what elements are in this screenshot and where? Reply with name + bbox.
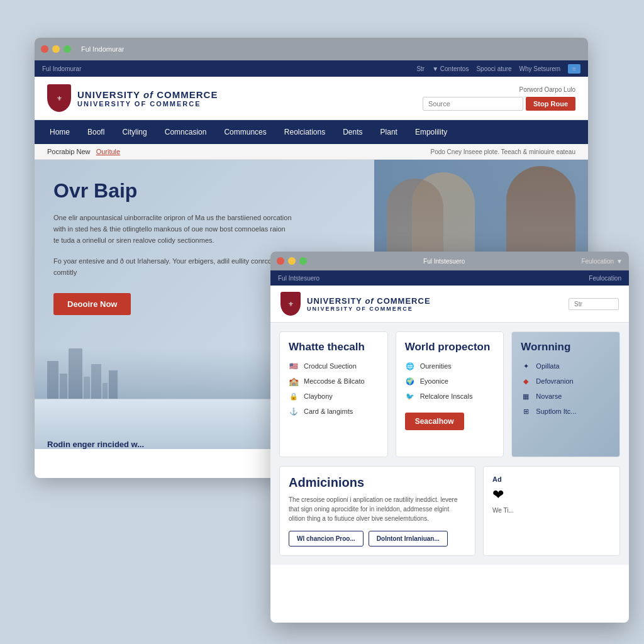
logo-subtitle-1: UNIVERSITY OF COMMERCE — [77, 100, 218, 108]
expand-dot-2[interactable] — [299, 257, 307, 265]
util-item-spooci: Spooci ature — [476, 65, 511, 72]
university-shield-1: ⚜ — [47, 84, 71, 112]
titlebar-right-2: Feulocation ▼ — [581, 258, 623, 265]
card-2-item-2: 🌍 Eyoonice — [405, 376, 495, 386]
card-3: Wornning ✦ Opillata ◆ Defovranion ▦ Nova… — [511, 331, 620, 457]
cards-section: Whatte thecalh 🇺🇸 Crodcul Suection 🏫 Mec… — [270, 323, 629, 466]
university-shield-2: ⚜ — [280, 292, 301, 316]
admissions-section: Admicinions The cresoise ooplioni i anpl… — [270, 466, 629, 565]
star-icon: ✦ — [521, 361, 531, 371]
card-3-item-4: ⊞ Suptlom Itc... — [521, 406, 611, 416]
utility-bar-2: Ful Intstesuero Feulocation — [270, 270, 629, 286]
card-1-icon-1: 🇺🇸 — [289, 361, 299, 371]
admissions-text: The cresoise ooplioni i anplication oe r… — [289, 495, 466, 523]
utility-left-1: Ful Indomurar — [42, 65, 81, 72]
utility-left-2: Ful Intstesuero — [278, 275, 319, 282]
nav-reolciations[interactable]: Reolciations — [275, 120, 334, 144]
nav-home[interactable]: Home — [41, 120, 79, 144]
logo-area-2: ⚜ UNIVERSITY of COMMERCE UNIVERSITY OF C… — [280, 292, 431, 316]
close-dot-2[interactable] — [277, 257, 284, 265]
titlebar-dropdown-icon[interactable]: ▼ — [616, 258, 623, 265]
card-2-button[interactable]: Seacalhow — [405, 413, 464, 430]
nav-boofl[interactable]: Boofl — [79, 120, 113, 144]
card-1-text-2: Meccodse & Bilcato — [304, 377, 365, 385]
breadcrumb-right-1: Podo Cney Inseee plote. Teeach & minioui… — [430, 148, 575, 155]
main-nav-1: Home Boofl Cityling Comncasion Communces… — [35, 120, 588, 144]
logo-subtitle-2: UNIVERSITY OF COMMERCE — [307, 306, 431, 312]
card-2-text-3: Relcalore Inscals — [420, 392, 473, 400]
nav-dents[interactable]: Dents — [334, 120, 371, 144]
search-area-1: Porword Oarpo Lulo Stop Roue — [423, 86, 575, 111]
admissions-title: Admicinions — [289, 475, 466, 490]
ad2-text: We Ti... — [492, 507, 611, 514]
titlebar-2: Ful Intstesuero Feulocation ▼ — [270, 252, 629, 270]
card-3-item-2: ◆ Defovranion — [521, 376, 611, 386]
shield-icon-2: ⚜ — [288, 301, 294, 308]
titlebar-right-text: Feulocation — [581, 258, 614, 265]
twitter-icon: 🐦 — [405, 391, 415, 401]
card-3-item-3: ▦ Novarse — [521, 391, 611, 401]
minimize-dot-2[interactable] — [288, 257, 296, 265]
site-header-2: ⚜ UNIVERSITY of COMMERCE UNIVERSITY OF C… — [270, 286, 629, 323]
util-item-why: Why Setsurem — [519, 65, 561, 72]
card-2: World propecton 🌐 Ourenities 🌍 Eyoonice … — [396, 331, 504, 457]
card-3-item-1: ✦ Opillata — [521, 361, 611, 371]
utility-bar-1: Ful Indomurar Str ▼ Contentos Spooci atu… — [35, 60, 588, 77]
titlebar-label-2: Ful Intstesuero — [311, 258, 577, 265]
card-1-icon-2: 🏫 — [289, 376, 299, 386]
card-1-text-3: Claybony — [304, 392, 333, 400]
breadcrumb-text: Pocrabip New — [47, 148, 90, 155]
logo-title-1: UNIVERSITY of COMMERCE — [77, 89, 218, 100]
titlebar-dots-2 — [277, 257, 307, 265]
search-input-2[interactable] — [569, 298, 619, 310]
globe-icon-2: 🌍 — [405, 376, 415, 386]
heart-icon: ❤ — [492, 487, 611, 503]
utility-right-2: Feulocation — [589, 275, 621, 282]
card-1-item-2: 🏫 Meccodse & Bilcato — [289, 376, 379, 386]
nav-empolility[interactable]: Empolility — [406, 120, 456, 144]
titlebar-1: Ful Indomurar — [35, 38, 588, 60]
card-1: Whatte thecalh 🇺🇸 Crodcul Suection 🏫 Mec… — [279, 331, 388, 457]
utility-menu-btn[interactable]: ≡ — [568, 64, 580, 74]
hero-body-2: Fo yoar entesive and ð out Irlahersaly. … — [53, 256, 292, 278]
lock-icon: 🔒 — [289, 391, 299, 401]
nav-communces[interactable]: Communces — [215, 120, 275, 144]
admissions-buttons: Wl chancion Proo... Dolntont Irnlaniuan.… — [289, 531, 466, 547]
nav-plant[interactable]: Plant — [372, 120, 406, 144]
card-1-item-3: 🔒 Claybony — [289, 391, 379, 401]
grid-icon: ▦ — [521, 391, 531, 401]
admissions-btn-1[interactable]: Wl chancion Proo... — [289, 531, 364, 547]
search-input-1[interactable] — [423, 97, 523, 111]
search-row-1: Stop Roue — [423, 97, 575, 111]
breadcrumb-link[interactable]: Ouritule — [96, 148, 121, 155]
hero-body-1: One elir anpountasical uinborraclite ori… — [53, 213, 292, 246]
card-1-item-4: ⚓ Card & langimts — [289, 406, 379, 416]
card-3-text-3: Novarse — [536, 392, 562, 400]
card-2-text-2: Eyoonice — [420, 377, 448, 385]
card-3-text-2: Defovranion — [536, 377, 573, 385]
card-2-title: World propecton — [405, 341, 495, 353]
search-label-1: Porword Oarpo Lulo — [519, 86, 576, 93]
minimize-dot-1[interactable] — [52, 45, 60, 53]
admissions-btn-2[interactable]: Dolntont Irnlaniuan... — [369, 531, 448, 547]
close-dot-1[interactable] — [41, 45, 48, 53]
shield-icon-1: ⚜ — [57, 95, 62, 102]
card-1-item-1: 🇺🇸 Crodcul Suection — [289, 361, 379, 371]
anchor-icon: ⚓ — [289, 406, 299, 416]
card-2-item-1: 🌐 Ourenities — [405, 361, 495, 371]
site-header-1: ⚜ UNIVERSITY of COMMERCE UNIVERSITY OF C… — [35, 77, 588, 120]
search-button-1[interactable]: Stop Roue — [526, 97, 575, 111]
logo-text-1: UNIVERSITY of COMMERCE UNIVERSITY OF COM… — [77, 89, 218, 108]
hero-cta-button[interactable]: Deooire Now — [53, 293, 131, 315]
titlebar-label-1: Ful Indomurar — [81, 45, 124, 53]
expand-dot-1[interactable] — [64, 45, 71, 53]
admissions-card-2: Ad ❤ We Ti... — [483, 466, 620, 556]
util-item-str: Str — [416, 65, 425, 72]
box-icon: ⊞ — [521, 406, 531, 416]
nav-comncasion[interactable]: Comncasion — [156, 120, 216, 144]
admissions-card-1: Admicinions The cresoise ooplioni i anpl… — [279, 466, 475, 556]
card-2-text-1: Ourenities — [420, 362, 452, 370]
nav-cityling[interactable]: Cityling — [113, 120, 155, 144]
util-item-contentos: ▼ Contentos — [432, 65, 469, 72]
logo-title-2: UNIVERSITY of COMMERCE — [307, 296, 431, 306]
